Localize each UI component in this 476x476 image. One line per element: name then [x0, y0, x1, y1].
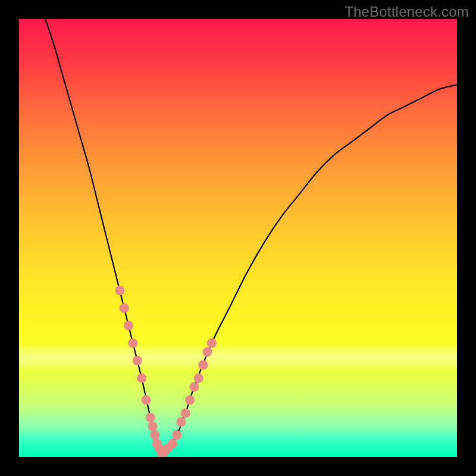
- curve-layer: [19, 19, 457, 457]
- marker-dot: [115, 286, 124, 295]
- marker-dot: [141, 395, 151, 405]
- marker-dot: [207, 339, 217, 348]
- marker-dot: [137, 373, 146, 383]
- marker-dot: [185, 395, 195, 405]
- chart-frame: TheBottleneck.com: [0, 0, 476, 476]
- marker-dot: [202, 347, 212, 356]
- marker-dot: [189, 382, 199, 392]
- bottleneck-curve: [45, 19, 457, 453]
- marker-dot: [150, 430, 159, 440]
- marker-dot: [168, 439, 177, 449]
- marker-dot: [194, 373, 203, 383]
- plot-area: [19, 19, 457, 457]
- dense-markers: [115, 286, 217, 457]
- marker-dot: [176, 417, 186, 427]
- marker-dot: [172, 430, 181, 440]
- marker-dot: [198, 360, 208, 369]
- marker-dot: [133, 356, 142, 365]
- marker-dot: [148, 421, 157, 431]
- watermark-text: TheBottleneck.com: [345, 4, 469, 20]
- marker-dot: [120, 303, 129, 313]
- marker-dot: [181, 408, 190, 418]
- marker-dot: [124, 321, 133, 330]
- marker-dot: [128, 339, 137, 348]
- marker-dot: [146, 413, 155, 422]
